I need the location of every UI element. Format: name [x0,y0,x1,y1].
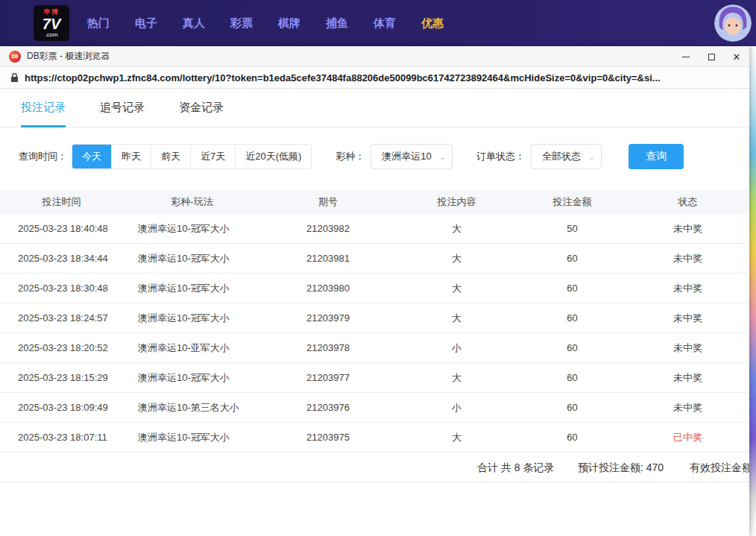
cell-bet-time: 2025-03-23 18:09:49 [0,402,123,413]
table-header-3: 投注内容 [395,195,518,209]
site-top-nav: 申博 7V .com 热门电子真人彩票棋牌捕鱼体育优惠 [0,0,756,46]
cell-game-play: 澳洲幸运10-冠军大小 [123,312,261,325]
chevron-down-icon: ⌄ [439,152,446,162]
avatar-image-icon [714,4,752,42]
nav-item-2[interactable]: 真人 [183,16,205,31]
cell-game-play: 澳洲幸运10-第三名大小 [123,401,261,414]
cell-status: 已中奖 [626,431,749,444]
cell-game-play: 澳洲幸运10-冠军大小 [123,431,261,444]
nav-item-4[interactable]: 棋牌 [278,16,300,31]
status-select-value: 全部状态 [542,150,581,163]
cell-status: 未中奖 [626,341,749,355]
background-page-strip [749,46,756,536]
time-option-2[interactable]: 前天 [151,145,191,168]
nav-item-3[interactable]: 彩票 [230,16,253,31]
cell-game-play: 澳洲幸运10-冠军大小 [123,252,261,265]
tab-1[interactable]: 追号记录 [100,89,145,127]
lottery-filter-label: 彩种： [336,150,365,163]
cell-bet-content: 大 [395,282,518,295]
maximize-icon [708,54,715,60]
cell-bet-time: 2025-03-23 18:07:11 [0,432,123,443]
address-bar[interactable]: https://ctop02pchwp1.zfnc84.com/lottery/… [0,67,749,89]
maximize-button[interactable] [699,46,724,67]
summary-row: 合计 共 8 条记录 预计投注金额: 470 有效投注金额 [0,453,749,482]
lottery-select[interactable]: 澳洲幸运10 ⌄ [371,144,453,169]
tab-0[interactable]: 投注记录 [21,89,66,127]
cell-issue: 21203978 [261,342,395,353]
table-row: 2025-03-23 18:24:57澳洲幸运10-冠军大小21203979大6… [0,303,749,333]
url-text[interactable]: https://ctop02pchwp1.zfnc84.com/lottery/… [25,72,661,83]
cell-issue: 21203976 [261,402,395,413]
cell-bet-amount: 60 [518,342,626,353]
summary-expected-amount: 预计投注金额: 470 [578,461,664,475]
table-header-2: 期号 [261,195,395,209]
table-row: 2025-03-23 18:09:49澳洲幸运10-第三名大小21203976小… [0,393,749,423]
cell-issue: 21203981 [261,253,395,264]
time-option-3[interactable]: 近7天 [191,145,236,168]
user-avatar[interactable] [714,4,752,42]
brand-logo-main-text: 7V [42,16,60,31]
cell-bet-amount: 60 [518,253,626,264]
time-filter-label: 查询时间： [19,150,67,163]
time-option-0[interactable]: 今天 [72,145,112,168]
status-select[interactable]: 全部状态 ⌄ [531,144,602,169]
cell-bet-time: 2025-03-23 18:40:48 [0,223,123,234]
nav-item-1[interactable]: 电子 [135,16,157,31]
cell-game-play: 澳洲幸运10-冠军大小 [123,371,261,385]
cell-bet-content: 大 [395,312,518,325]
cell-issue: 21203979 [261,312,395,324]
summary-total: 合计 共 8 条记录 [477,461,554,475]
table-header-1: 彩种-玩法 [123,195,261,209]
nav-item-6[interactable]: 体育 [374,16,396,31]
status-filter-label: 订单状态： [476,150,525,163]
cell-bet-content: 大 [395,222,518,236]
tab-2[interactable]: 资金记录 [179,89,224,127]
table-row: 2025-03-23 18:40:48澳洲幸运10-冠军大小21203982大5… [0,214,749,244]
brand-logo-sub-text: .com [45,32,57,38]
page-root: 申博 7V .com 热门电子真人彩票棋牌捕鱼体育优惠 D8 DB彩票 - 极速… [0,0,756,536]
bet-records-table: 投注时间彩种-玩法期号投注内容投注金额状态 2025-03-23 18:40:4… [0,190,749,453]
table-row: 2025-03-23 18:30:48澳洲幸运10-冠军大小21203980大6… [0,274,749,303]
cell-bet-amount: 60 [518,432,626,443]
minimize-button[interactable] [673,46,699,67]
cell-game-play: 澳洲幸运10-冠军大小 [123,222,261,236]
record-tabs: 投注记录追号记录资金记录 [0,89,749,127]
nav-item-5[interactable]: 捕鱼 [326,16,348,31]
table-header-5: 状态 [626,195,749,209]
search-button[interactable]: 查询 [629,144,684,169]
brand-logo[interactable]: 申博 7V .com [34,5,69,41]
cell-status: 未中奖 [626,282,749,295]
time-option-1[interactable]: 昨天 [112,145,151,168]
window-controls: ✕ [673,46,749,67]
minimize-icon [682,57,690,57]
close-button[interactable]: ✕ [724,46,749,67]
db-logo-icon: D8 [9,51,21,63]
table-row: 2025-03-23 18:34:44澳洲幸运10-冠军大小21203981大6… [0,244,749,274]
cell-bet-amount: 50 [518,223,626,234]
page-content: 投注记录追号记录资金记录 查询时间： 今天昨天前天近7天近20天(低频) 彩种：… [0,89,749,482]
cell-issue: 21203980 [261,283,395,294]
cell-bet-amount: 60 [518,402,626,413]
cell-game-play: 澳洲幸运10-冠军大小 [123,282,261,295]
cell-bet-content: 大 [395,431,518,444]
cell-issue: 21203975 [261,432,395,443]
lock-icon [10,73,19,83]
cell-bet-time: 2025-03-23 18:34:44 [0,253,123,264]
table-row: 2025-03-23 18:20:52澳洲幸运10-亚军大小21203978小6… [0,333,749,363]
chevron-down-icon: ⌄ [588,152,595,162]
window-title: DB彩票 - 极速浏览器 [27,50,110,63]
cell-status: 未中奖 [626,371,749,385]
time-option-4[interactable]: 近20天(低频) [236,145,311,168]
nav-item-7[interactable]: 优惠 [421,16,444,31]
table-header-4: 投注金额 [518,195,626,209]
cell-status: 未中奖 [626,222,749,236]
cell-bet-content: 小 [395,401,518,414]
window-titlebar: D8 DB彩票 - 极速浏览器 ✕ [0,46,749,67]
cell-bet-amount: 60 [518,372,626,383]
cell-issue: 21203977 [261,372,395,383]
cell-status: 未中奖 [626,401,749,414]
cell-status: 未中奖 [626,252,749,265]
nav-item-0[interactable]: 热门 [87,16,110,31]
lottery-select-value: 澳洲幸运10 [382,150,431,163]
site-nav-items: 热门电子真人彩票棋牌捕鱼体育优惠 [87,16,444,31]
